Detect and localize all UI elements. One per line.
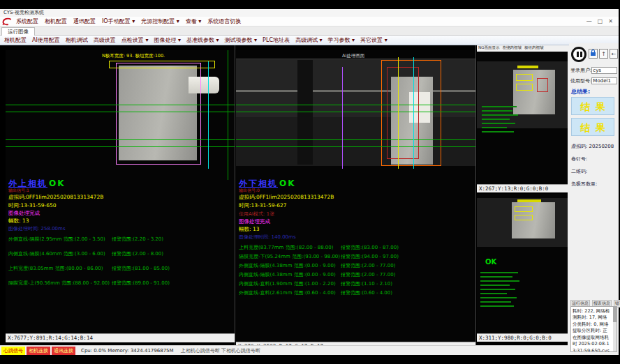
tool-camera-config[interactable]: 相机配置 bbox=[4, 36, 27, 44]
left-overlay-measure-label: N极耳宽度: 93. 极组宽度:100. bbox=[102, 53, 165, 59]
overlay-label-highlight bbox=[517, 66, 538, 68]
measurement-row: 内侧直线-隔膜(4.38mm 范围:(0.00 - 9.00) bbox=[239, 271, 336, 278]
close-icon[interactable]: ✕ bbox=[608, 17, 613, 26]
left-camera-view[interactable]: N极耳宽度: 93. 极组宽度:100. 外上相机OK 输出信号:1 虚拟码:0… bbox=[6, 50, 235, 333]
menu-comm-config[interactable]: 通讯配置 bbox=[73, 17, 96, 25]
roi-box-red bbox=[537, 78, 548, 92]
baseline-line bbox=[236, 105, 475, 105]
title-bar: CYS-视觉检测系统 bbox=[0, 9, 619, 17]
tool-spot-check[interactable]: 点检设置 ▾ bbox=[121, 36, 149, 44]
tab-run-image[interactable]: 运行图像 bbox=[1, 27, 35, 36]
login-user-input[interactable] bbox=[591, 67, 617, 74]
menu-system-config[interactable]: 系统配置 bbox=[16, 17, 38, 25]
tool-ai-usage-config[interactable]: AI使用配置 bbox=[32, 36, 60, 44]
minimize-icon[interactable]: — bbox=[586, 17, 592, 26]
main-area: N极耳宽度: 93. 极组宽度:100. 外上相机OK 输出信号:1 虚拟码:0… bbox=[0, 45, 568, 345]
run-info-log: 耗时: 222, 网络检测耗时: 17, 网络分类耗时: 0, 网络提取分区耗时… bbox=[570, 306, 617, 352]
menu-light-control-config[interactable]: 光源控制配置 ▾ bbox=[141, 17, 179, 25]
left-barcode: 虚拟码:0FF1Iim2025020813313472B bbox=[8, 194, 103, 201]
app-window: CYS-视觉检测系统 系统配置 相机配置 通讯配置 IO手动配置 ▾ 光源控制配… bbox=[0, 9, 619, 355]
status-bar: 心跳信号 相机连接 通讯连接 Cpu: 0.0% Memory: 3424.41… bbox=[0, 345, 568, 355]
mid-output-signal: 输出信号:0 bbox=[239, 188, 260, 194]
tab-group-wrinkle[interactable]: 极组内褶皱 bbox=[524, 45, 544, 52]
tool-other-settings[interactable]: 其它设置 ▾ bbox=[360, 36, 388, 44]
right-views-tab-strip: NG画面显示 卷绕内褶皱 极组内褶皱 bbox=[477, 45, 568, 52]
result-box-2: 结果 bbox=[571, 118, 614, 136]
app-logo-icon bbox=[2, 17, 13, 26]
ai-frame-label: AI处理画面 bbox=[342, 53, 364, 59]
qr-code-label: 二维码: bbox=[571, 168, 587, 175]
menu-camera-config[interactable]: 相机配置 bbox=[45, 17, 67, 25]
mid-ai-mode: 使用AI模式: 1张 bbox=[239, 211, 274, 218]
back-arrow-button[interactable]: ← bbox=[610, 49, 618, 59]
menu-bar: 系统配置 相机配置 通讯配置 IO手动配置 ▾ 光源控制配置 ▾ 查看 ▾ 系统… bbox=[0, 17, 619, 26]
tool-learning-params[interactable]: 学习参数 ▾ bbox=[328, 36, 355, 44]
alarm-range: 报警范围:(2.00 - 8.00) bbox=[112, 250, 163, 257]
right-bottom-pixel-coord-readout: X:311;Y:980;R:0;G:0;B:0 bbox=[477, 333, 568, 342]
back-arrow-icon: ← bbox=[612, 51, 617, 57]
heartbeat-status-badge: 心跳信号 bbox=[1, 347, 25, 355]
pause-button[interactable] bbox=[571, 47, 586, 62]
roi-box-yellow bbox=[516, 84, 533, 91]
mid-camera-view[interactable]: AI处理画面 外下相机OK 输出信号:0 虚拟码:0FF1Iim20250208… bbox=[236, 50, 475, 342]
alarm-range: 报警范围:(81.00 - 85.00) bbox=[112, 265, 170, 272]
tool-camera-debug[interactable]: 相机调试 bbox=[66, 36, 88, 44]
virtual-code-label: 虚拟码: 20250208 bbox=[571, 143, 614, 150]
left-time: 时间:13-31-59-650 bbox=[8, 202, 57, 209]
annotation-text-lines bbox=[480, 272, 522, 310]
up-arrow-button[interactable]: ↑ bbox=[599, 49, 608, 59]
tool-image-processing[interactable]: 图像处理 ▾ bbox=[154, 36, 181, 44]
screen: CYS-视觉检测系统 系统配置 相机配置 通讯配置 IO手动配置 ▾ 光源控制配… bbox=[0, 0, 620, 364]
camera-connection-badge: 相机连接 bbox=[27, 347, 50, 355]
right-top-pixel-coord-readout: X:267;Y:13;R:0;G:0;B:0 bbox=[477, 184, 568, 192]
right-top-camera-view[interactable] bbox=[477, 52, 568, 184]
menu-io-manual-config[interactable]: IO手动配置 ▾ bbox=[102, 17, 135, 25]
menu-language-switch[interactable]: 系统语言切换 bbox=[207, 17, 241, 25]
roi-box-yellow bbox=[516, 74, 533, 81]
baseline-line bbox=[6, 112, 235, 112]
mid-camera-ok: OK bbox=[279, 179, 296, 188]
baseline-line bbox=[6, 105, 235, 105]
mid-frame-count: 幅数: 13 bbox=[239, 226, 259, 233]
tool-baseline-params[interactable]: 基准线参数 ▾ bbox=[186, 36, 219, 44]
menu-view[interactable]: 查看 ▾ bbox=[186, 17, 202, 25]
login-user-label: 登录用户: bbox=[570, 67, 591, 74]
roi-box-yellow bbox=[109, 61, 215, 68]
maximize-icon[interactable]: □ bbox=[598, 17, 603, 26]
left-frame-count: 幅数: 13 bbox=[8, 218, 29, 225]
alarm-range: 报警范围:(83.00 - 87.00) bbox=[341, 244, 399, 251]
baseline-line bbox=[236, 112, 475, 112]
measurement-row: 隔膜宽度-上(90.56mm 范围:(88.00 - 92.00) bbox=[8, 280, 110, 287]
tool-advanced-settings[interactable]: 高级设置 bbox=[94, 36, 116, 44]
mid-camera-name: 外下相机 bbox=[239, 179, 278, 188]
mid-time: 时间:13-31-59-627 bbox=[239, 202, 287, 209]
tool-test-item-params[interactable]: 测试项参数 ▾ bbox=[225, 36, 258, 44]
left-output-signal: 输出信号:1 bbox=[8, 188, 29, 194]
baseline-line bbox=[236, 139, 475, 140]
measurement-row: 内侧直线-隔膜(4.60mm 范围:(3.00 - 6.00) bbox=[8, 250, 105, 257]
alarm-range: 报警范围:(2.00 - 77.00) bbox=[341, 271, 395, 278]
edge-line-cyan bbox=[413, 57, 414, 169]
tool-plc-address-table[interactable]: PLC地址表 bbox=[263, 36, 290, 44]
window-controls: — □ ✕ bbox=[586, 17, 619, 26]
alarm-range: 报警范围:(2.20 - 3.20) bbox=[112, 236, 163, 243]
lock-button[interactable] bbox=[589, 49, 598, 59]
edge-line-yellow bbox=[398, 57, 399, 169]
edge-line-green bbox=[228, 50, 228, 180]
tool-advanced-debug[interactable]: 高级调试 ▾ bbox=[295, 36, 323, 44]
machine-post bbox=[297, 60, 313, 165]
tab-ng-display[interactable]: NG画面显示 bbox=[478, 45, 499, 52]
toolbar: 相机配置 AI使用配置 相机调试 高级设置 点检设置 ▾ 图像处理 ▾ 基准线参… bbox=[0, 36, 619, 45]
info-scrollbar-thumb[interactable] bbox=[613, 307, 617, 322]
right-bottom-camera-view[interactable]: OK bbox=[477, 194, 568, 333]
alarm-range: 报警范围:(89.00 - 91.00) bbox=[112, 280, 170, 287]
model-input[interactable] bbox=[591, 77, 617, 84]
panel-divider bbox=[475, 45, 476, 345]
edge-line-purple bbox=[342, 67, 343, 169]
roi-box-magenta bbox=[116, 63, 201, 165]
left-pixel-coord-readout: X:7677;Y:891;R:14;G:14;B:14 bbox=[6, 333, 235, 342]
control-side-panel: ↑ ← 登录用户: 使用型号: 总结果: 结果 结果 虚拟码: 20250208… bbox=[569, 43, 619, 355]
result-box-1: 结果 bbox=[571, 97, 614, 115]
roi-box-yellow bbox=[515, 215, 533, 220]
tab-winding-wrinkle[interactable]: 卷绕内褶皱 bbox=[502, 45, 522, 52]
